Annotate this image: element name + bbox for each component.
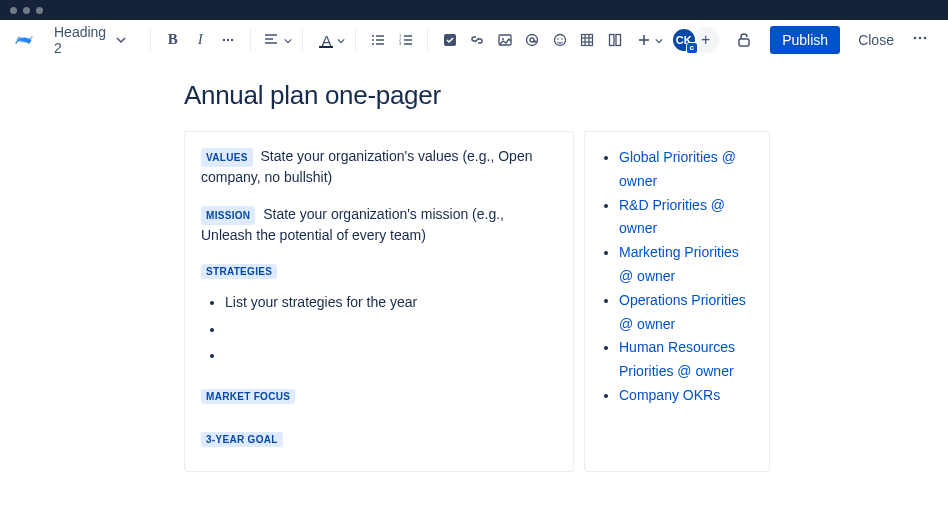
svg-point-1	[227, 38, 229, 40]
mention-button[interactable]	[521, 27, 545, 53]
svg-rect-26	[582, 34, 593, 45]
svg-point-2	[231, 38, 233, 40]
svg-point-24	[557, 38, 559, 40]
bold-button[interactable]: B	[161, 27, 185, 53]
more-formatting-button[interactable]	[216, 27, 240, 53]
svg-point-37	[919, 37, 922, 40]
chevron-down-icon	[284, 32, 292, 48]
list-item[interactable]: Marketing Priorities @ owner	[619, 241, 753, 289]
confluence-logo-icon	[14, 30, 34, 50]
status-lozenge-mission: MISSION	[201, 206, 255, 225]
svg-point-25	[561, 38, 563, 40]
close-button[interactable]: Close	[850, 26, 902, 54]
publish-button[interactable]: Publish	[770, 26, 840, 54]
chevron-down-icon	[337, 32, 345, 48]
editor-toolbar: Heading 2 B I A 123	[0, 20, 948, 60]
alignment-dropdown[interactable]	[260, 27, 286, 53]
editor-content[interactable]: Annual plan one-pager VALUES State your …	[0, 60, 948, 472]
more-actions-button[interactable]	[906, 30, 934, 49]
values-paragraph[interactable]: VALUES State your organization's values …	[201, 146, 557, 188]
window-dot-icon	[10, 7, 17, 14]
collaborators: CK c +	[671, 27, 719, 53]
action-item-button[interactable]	[438, 27, 462, 53]
priority-link[interactable]: R&D Priorities @ owner	[619, 197, 725, 237]
layout-column-right[interactable]: Global Priorities @ ownerR&D Priorities …	[584, 131, 770, 472]
layout-columns: VALUES State your organization's values …	[184, 131, 770, 472]
list-item[interactable]	[225, 342, 557, 369]
list-item[interactable]: Operations Priorities @ owner	[619, 289, 753, 337]
priority-link[interactable]: Operations Priorities @ owner	[619, 292, 746, 332]
list-item[interactable]: Human Resources Priorities @ owner	[619, 336, 753, 384]
svg-rect-31	[609, 34, 614, 45]
text-color-button[interactable]: A	[313, 27, 339, 53]
avatar-badge: c	[686, 42, 698, 54]
priorities-link-list[interactable]: Global Priorities @ ownerR&D Priorities …	[601, 146, 753, 408]
restrictions-button[interactable]	[733, 27, 757, 53]
priority-link[interactable]: Marketing Priorities @ owner	[619, 244, 739, 284]
status-lozenge-strategies: STRATEGIES	[201, 264, 277, 279]
page-title[interactable]: Annual plan one-pager	[184, 80, 770, 111]
avatar[interactable]: CK c	[671, 27, 697, 53]
heading-style-label: Heading 2	[54, 24, 110, 56]
svg-point-6	[372, 35, 374, 37]
toolbar-separator	[150, 29, 151, 51]
status-lozenge-values: VALUES	[201, 148, 253, 167]
svg-rect-35	[739, 39, 749, 46]
list-item[interactable]: Company OKRs	[619, 384, 753, 408]
color-swatch-icon	[319, 46, 333, 48]
svg-point-8	[372, 39, 374, 41]
toolbar-separator	[355, 29, 356, 51]
market-focus-heading[interactable]: MARKET FOCUS	[201, 387, 557, 404]
table-button[interactable]	[576, 27, 600, 53]
priority-link[interactable]: Human Resources Priorities @ owner	[619, 339, 735, 379]
bullet-list-button[interactable]	[366, 27, 390, 53]
mission-paragraph[interactable]: MISSION State your organization's missio…	[201, 204, 557, 246]
three-year-heading[interactable]: 3-YEAR GOAL	[201, 430, 557, 447]
window-dot-icon	[36, 7, 43, 14]
svg-point-21	[527, 34, 538, 45]
italic-button[interactable]: I	[189, 27, 213, 53]
svg-point-10	[372, 43, 374, 45]
list-item[interactable]: Global Priorities @ owner	[619, 146, 753, 194]
svg-point-0	[223, 38, 225, 40]
svg-point-36	[914, 37, 917, 40]
toolbar-separator	[250, 29, 251, 51]
status-lozenge-market-focus: MARKET FOCUS	[201, 389, 295, 404]
priority-link[interactable]: Global Priorities @ owner	[619, 149, 736, 189]
layout-column-left[interactable]: VALUES State your organization's values …	[184, 131, 574, 472]
svg-text:3: 3	[399, 41, 402, 46]
list-item[interactable]	[225, 316, 557, 343]
strategies-list[interactable]: List your strategies for the year	[201, 289, 557, 369]
window-dot-icon	[23, 7, 30, 14]
chevron-down-icon	[116, 32, 126, 48]
svg-rect-32	[616, 34, 621, 45]
svg-point-23	[554, 34, 565, 45]
list-item[interactable]: List your strategies for the year	[225, 289, 557, 316]
image-button[interactable]	[493, 27, 517, 53]
list-item[interactable]: R&D Priorities @ owner	[619, 194, 753, 242]
layouts-button[interactable]	[603, 27, 627, 53]
insert-button[interactable]	[631, 27, 657, 53]
status-lozenge-3-year-goal: 3-YEAR GOAL	[201, 432, 283, 447]
toolbar-separator	[302, 29, 303, 51]
toolbar-separator	[427, 29, 428, 51]
link-button[interactable]	[466, 27, 490, 53]
strategies-heading[interactable]: STRATEGIES	[201, 262, 557, 279]
svg-point-38	[924, 37, 927, 40]
window-titlebar	[0, 0, 948, 20]
emoji-button[interactable]	[548, 27, 572, 53]
svg-point-20	[502, 38, 504, 40]
heading-style-dropdown[interactable]: Heading 2	[48, 20, 132, 60]
numbered-list-button[interactable]: 123	[394, 27, 418, 53]
priority-link[interactable]: Company OKRs	[619, 387, 720, 403]
chevron-down-icon	[655, 32, 663, 48]
